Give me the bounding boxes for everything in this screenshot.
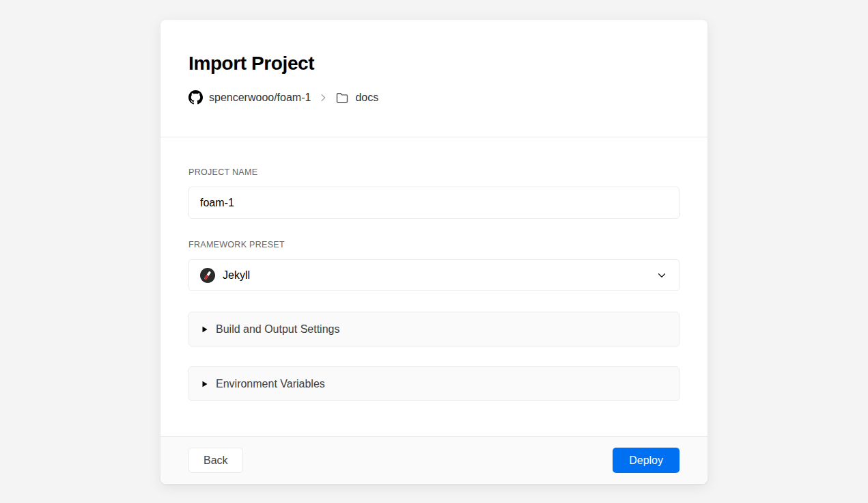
page-title: Import Project <box>188 53 680 74</box>
disclosure-triangle-icon <box>201 326 208 333</box>
accordion-label: Environment Variables <box>216 378 325 390</box>
import-project-dialog: Import Project spencerwooo/foam-1 <box>160 20 708 484</box>
accordion-label: Build and Output Settings <box>216 323 339 336</box>
dialog-footer: Back Deploy <box>160 436 708 484</box>
breadcrumb-directory[interactable]: docs <box>335 91 378 105</box>
framework-preset-label: FRAMEWORK PRESET <box>188 240 680 249</box>
chevron-right-icon <box>318 92 328 103</box>
project-name-label: PROJECT NAME <box>188 167 680 177</box>
disclosure-triangle-icon <box>201 381 208 388</box>
folder-icon <box>335 91 349 105</box>
framework-preset-select[interactable]: Jekyll <box>188 259 680 291</box>
breadcrumb-directory-label: docs <box>355 92 378 104</box>
environment-variables-accordion[interactable]: Environment Variables <box>188 366 680 401</box>
build-output-settings-accordion[interactable]: Build and Output Settings <box>188 312 680 346</box>
framework-selected-value: Jekyll <box>223 269 250 282</box>
breadcrumb-repo-label: spencerwooo/foam-1 <box>209 92 311 104</box>
chevron-down-icon <box>656 269 668 282</box>
breadcrumb: spencerwooo/foam-1 docs <box>188 90 680 105</box>
project-name-input[interactable] <box>188 187 680 219</box>
back-button[interactable]: Back <box>188 448 243 473</box>
dialog-header: Import Project spencerwooo/foam-1 <box>160 20 708 137</box>
dialog-body: PROJECT NAME FRAMEWORK PRESET Jekyll <box>160 137 708 436</box>
jekyll-icon <box>200 268 215 283</box>
breadcrumb-repo[interactable]: spencerwooo/foam-1 <box>188 90 311 105</box>
deploy-button[interactable]: Deploy <box>613 448 680 473</box>
github-icon <box>188 90 203 105</box>
